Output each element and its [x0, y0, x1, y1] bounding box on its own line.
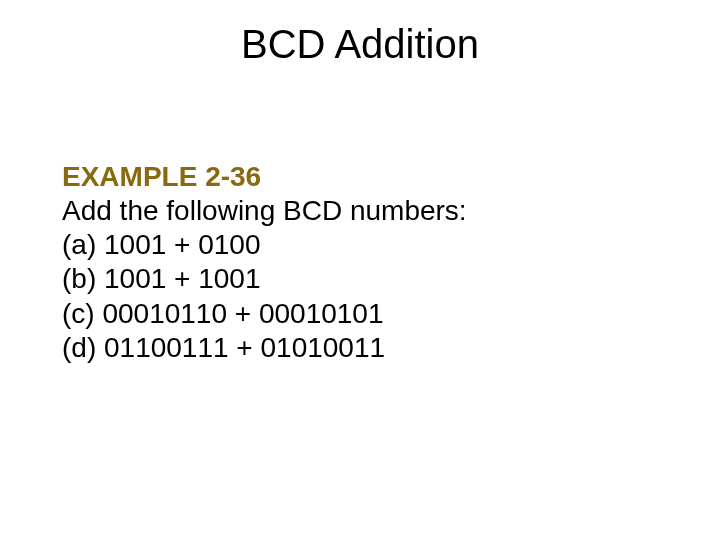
- item-d: (d) 01100111 + 01010011: [62, 331, 660, 365]
- item-a: (a) 1001 + 0100: [62, 228, 660, 262]
- item-b: (b) 1001 + 1001: [62, 262, 660, 296]
- example-label: EXAMPLE 2-36: [62, 160, 660, 194]
- item-c: (c) 00010110 + 00010101: [62, 297, 660, 331]
- slide-title: BCD Addition: [0, 22, 720, 67]
- slide-body: EXAMPLE 2-36 Add the following BCD numbe…: [62, 160, 660, 365]
- slide: BCD Addition EXAMPLE 2-36 Add the follow…: [0, 0, 720, 540]
- prompt-text: Add the following BCD numbers:: [62, 194, 660, 228]
